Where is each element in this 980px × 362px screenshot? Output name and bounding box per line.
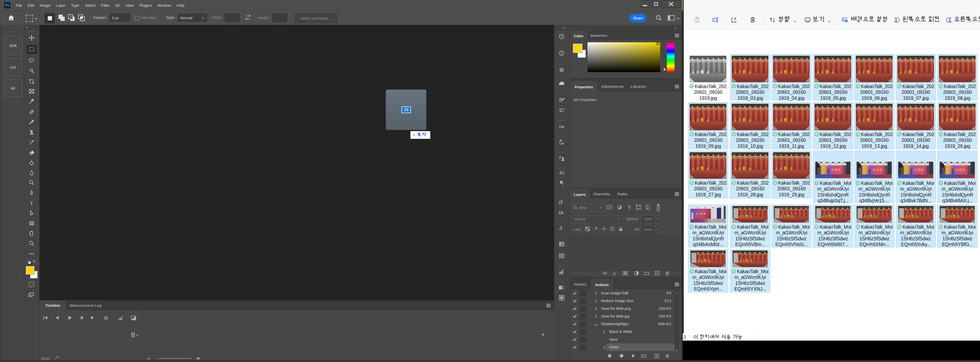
svg-text:A: A (558, 225, 562, 231)
svg-text:T: T (628, 205, 631, 210)
svg-text:fx: fx (613, 271, 616, 276)
svg-text:¶: ¶ (561, 199, 563, 203)
svg-text:fx: fx (559, 124, 562, 128)
svg-text:A: A (562, 211, 564, 215)
svg-text:T: T (30, 200, 33, 206)
svg-text:A: A (559, 171, 562, 175)
